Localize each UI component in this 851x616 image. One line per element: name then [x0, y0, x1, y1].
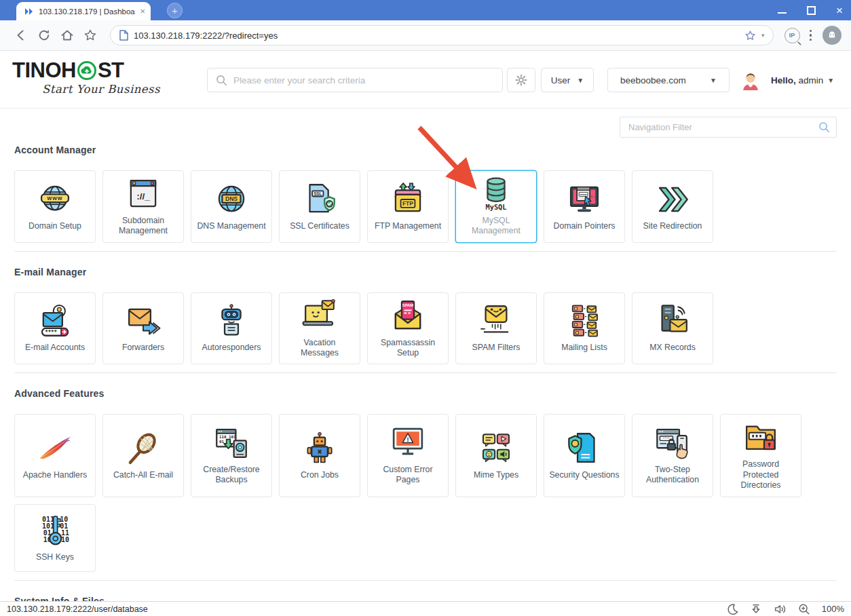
- tile-password-protected-directories[interactable]: Password Protected Directories: [720, 414, 801, 497]
- tile-grid: ****E-mail AccountsForwardersAutorespond…: [14, 292, 837, 365]
- tile-autoresponders[interactable]: Autoresponders: [191, 292, 272, 365]
- tile-label: MySQL Management: [460, 216, 532, 237]
- new-tab-button[interactable]: +: [167, 3, 183, 18]
- page-doc-icon: [119, 30, 128, 41]
- tile-label: Domain Pointers: [554, 221, 616, 231]
- tile-grid: wwwDomain Setup://_Subdomain ManagementD…: [14, 170, 837, 243]
- search-settings-button[interactable]: [507, 68, 535, 92]
- tile-site-redirection[interactable]: Site Redirection: [632, 170, 713, 243]
- user-avatar[interactable]: [740, 69, 761, 91]
- browser-menu-icon[interactable]: [803, 26, 819, 45]
- domain-dropdown[interactable]: beeboobee.com ▼: [607, 68, 730, 92]
- tile-ssh-keys[interactable]: 011101010101111010SSH Keys: [14, 504, 96, 572]
- tile-label: Mailing Lists: [561, 343, 607, 353]
- tile-catch-all-e-mail[interactable]: Catch-All E-mail: [102, 414, 184, 497]
- user-dropdown-label: User: [551, 75, 571, 85]
- tile-mailing-lists[interactable]: Mailing Lists: [544, 292, 625, 365]
- tile-ssl-certificates[interactable]: SSLSSL Certificates: [279, 170, 360, 243]
- search-input[interactable]: [233, 75, 494, 85]
- mysql-database-icon: MySQL: [476, 176, 516, 212]
- cron-robot-icon: [300, 431, 339, 466]
- svg-text:SSL: SSL: [314, 191, 322, 196]
- tile-label: DNS Management: [197, 221, 265, 231]
- tile-e-mail-accounts[interactable]: ****E-mail Accounts: [14, 292, 96, 365]
- bookmark-star-icon[interactable]: [79, 24, 102, 47]
- tile-dns-management[interactable]: DNSDNS Management: [191, 170, 272, 243]
- tile-two-step-authentication[interactable]: ····Two-Step Authentication: [632, 414, 713, 497]
- tile-mx-records[interactable]: MX Records: [632, 292, 713, 365]
- section-heading-system-info-files: System Info & Files: [14, 596, 837, 601]
- tile-label: Domain Setup: [29, 221, 81, 231]
- tile-label: FTP Management: [375, 221, 441, 231]
- tinohost-logo[interactable]: TINOH ST Start Your Business: [12, 58, 160, 96]
- tile-cron-jobs[interactable]: Cron Jobs: [279, 414, 360, 497]
- browser-tab[interactable]: 103.130.218.179 | Dashboa ×: [16, 2, 151, 20]
- tile-mysql-management[interactable]: MySQLMySQL Management: [455, 170, 537, 243]
- night-mode-icon[interactable]: [726, 603, 738, 615]
- logo-text-left: TINOH: [12, 58, 76, 83]
- tile-domain-setup[interactable]: wwwDomain Setup: [14, 170, 96, 243]
- browser-profile-avatar[interactable]: [822, 26, 841, 45]
- tile-label: Site Redirection: [643, 221, 702, 231]
- tile-security-questions[interactable]: Security Questions: [544, 414, 625, 497]
- navigation-filter-input[interactable]: [620, 117, 837, 138]
- svg-text:FTP: FTP: [402, 200, 413, 207]
- greeting-menu[interactable]: Hello, admin ▼: [771, 75, 834, 85]
- tab-favicon-icon: [24, 7, 34, 16]
- tile-create-restore-backups[interactable]: 110 10101 10 1Create/Restore Backups: [191, 414, 272, 497]
- tile-label: Create/Restore Backups: [195, 465, 267, 486]
- zoom-in-icon[interactable]: [798, 603, 810, 615]
- butterfly-net-icon: [124, 431, 163, 466]
- tab-title: 103.130.218.179 | Dashboa: [39, 7, 135, 16]
- chevron-down-icon: ▼: [827, 77, 834, 84]
- favorite-star-icon[interactable]: [744, 30, 756, 41]
- user-type-dropdown[interactable]: User ▼: [541, 68, 594, 92]
- window-close-button[interactable]: ×: [836, 6, 843, 15]
- section-heading-account-manager: Account Manager: [14, 145, 837, 155]
- tile-vacation-messages[interactable]: Vacation Messages: [279, 292, 360, 365]
- window-minimize-button[interactable]: [778, 6, 787, 15]
- tile-domain-pointers[interactable]: wwwDomain Pointers: [544, 170, 625, 243]
- tab-close-icon[interactable]: ×: [140, 7, 145, 16]
- window-maximize-button[interactable]: [807, 6, 816, 15]
- tile-spam-filters[interactable]: SPAM Filters: [455, 292, 537, 365]
- logo-tagline: Start Your Business: [42, 83, 160, 96]
- url-text[interactable]: 103.130.218.179:2222/?redirect=yes: [134, 31, 739, 41]
- section-divider: [14, 372, 837, 373]
- tile-mime-types[interactable]: Mime Types: [455, 414, 537, 497]
- filter-search-icon: [818, 121, 830, 133]
- tile-ftp-management[interactable]: FTPFTP Management: [367, 170, 449, 243]
- tile-label: Spamassassin Setup: [372, 338, 444, 359]
- tile-label: Subdomain Management: [107, 216, 179, 237]
- tile-label: SSL Certificates: [290, 221, 349, 231]
- tile-label: Forwarders: [122, 343, 164, 353]
- tile-label: E-mail Accounts: [25, 343, 85, 353]
- home-icon[interactable]: [56, 24, 79, 47]
- logo-cloud-icon: [77, 60, 97, 81]
- shield-document-icon: [565, 431, 604, 466]
- ip-lookup-icon[interactable]: IP: [784, 28, 800, 43]
- address-bar[interactable]: 103.130.218.179:2222/?redirect=yes ▾: [110, 25, 774, 45]
- tile-apache-handlers[interactable]: Apache Handlers: [14, 414, 96, 497]
- svg-text:!: !: [406, 436, 409, 443]
- volume-icon[interactable]: [774, 603, 787, 615]
- svg-text:DNS: DNS: [225, 195, 238, 202]
- reload-icon[interactable]: [33, 24, 56, 47]
- server-mail-list-icon: [565, 303, 604, 339]
- back-icon[interactable]: [10, 24, 33, 47]
- tile-forwarders[interactable]: Forwarders: [102, 292, 184, 365]
- svg-text:www: www: [47, 195, 63, 201]
- tile-spamassassin-setup[interactable]: SPAMSpamassassin Setup: [367, 292, 449, 365]
- svg-text:****: ****: [45, 329, 58, 336]
- tile-label: Cron Jobs: [301, 470, 339, 480]
- section-heading-e-mail-manager: E-mail Manager: [14, 267, 837, 277]
- browser-toolbar: 103.130.218.179:2222/?redirect=yes ▾ IP: [0, 20, 851, 51]
- header-search: [207, 68, 503, 92]
- favorite-dropdown-icon[interactable]: ▾: [761, 32, 765, 39]
- svg-text:://_: ://_: [136, 191, 150, 201]
- tile-subdomain-management[interactable]: ://_Subdomain Management: [102, 170, 184, 243]
- envelope-forward-icon: [124, 303, 163, 339]
- download-icon[interactable]: [750, 603, 762, 615]
- chevron-down-icon: ▼: [577, 77, 584, 84]
- tile-custom-error-pages[interactable]: !Custom Error Pages: [367, 414, 449, 497]
